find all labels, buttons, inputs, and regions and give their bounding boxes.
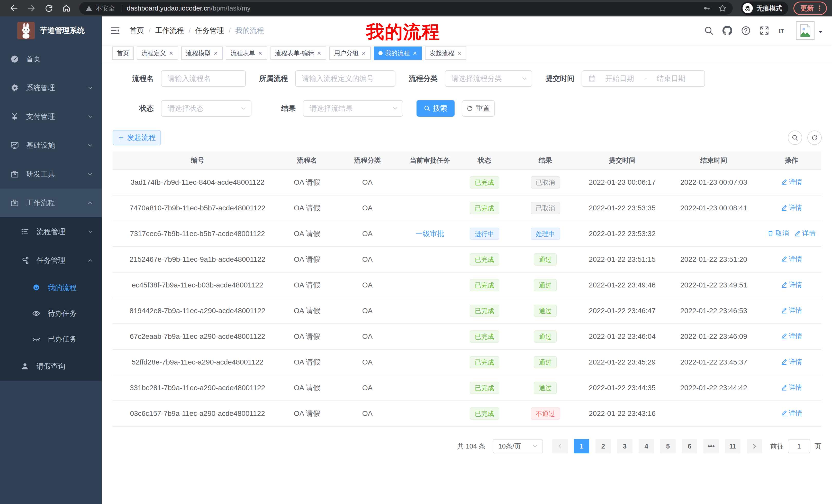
end-time-cell: 2022-01-23 00:08:41 — [666, 195, 761, 221]
result-badge: 通过 — [534, 330, 557, 343]
submit-time-cell-text: 2022-01-22 23:51:15 — [589, 255, 656, 263]
close-icon[interactable]: × — [169, 50, 174, 57]
detail-action-link[interactable]: 详情 — [781, 409, 802, 418]
detail-action-link[interactable]: 详情 — [781, 383, 802, 392]
status-select[interactable]: 请选择状态 — [161, 100, 252, 117]
reload-icon[interactable] — [44, 4, 53, 13]
page-button-1[interactable]: 1 — [574, 439, 589, 453]
yen-icon — [10, 112, 19, 121]
home-icon[interactable] — [62, 4, 71, 13]
cancel-action-link[interactable]: 取消 — [767, 229, 789, 238]
more-pages-button[interactable]: ••• — [703, 439, 719, 453]
address-bar[interactable]: 不安全 dashboard.yudao.iocoder.cn/bpm/task/… — [79, 2, 733, 15]
tab-item-2[interactable]: 流程模型× — [181, 47, 223, 60]
page-size-select[interactable]: 10条/页 — [493, 439, 543, 453]
page-button-2[interactable]: 2 — [595, 439, 611, 453]
process-definition-input[interactable] — [295, 71, 395, 87]
chevron-down-icon — [87, 85, 94, 91]
toggle-search-button[interactable] — [788, 131, 802, 145]
goto-page-input[interactable] — [788, 439, 810, 453]
sidebar-item-label: 我的流程 — [48, 283, 77, 292]
process-name-input[interactable] — [161, 71, 246, 87]
browser-update-button[interactable]: 更新 — [794, 2, 827, 15]
sidebar-item-3[interactable]: 基础设施 — [0, 131, 102, 160]
detail-action-link[interactable]: 详情 — [781, 177, 802, 187]
detail-action-link[interactable]: 详情 — [781, 203, 802, 212]
breadcrumb-workflow[interactable]: 工作流程 — [155, 26, 184, 35]
delete-icon — [767, 230, 774, 237]
refresh-table-button[interactable] — [807, 131, 822, 145]
fullscreen-icon[interactable] — [759, 26, 769, 35]
forward-icon[interactable] — [27, 4, 36, 13]
current-task-cell — [403, 195, 457, 221]
start-process-button[interactable]: 发起流程 — [113, 130, 161, 145]
process-category-select[interactable]: 请选择流程分类 — [445, 71, 532, 87]
sidebar-item-4[interactable]: 研发工具 — [0, 160, 102, 189]
result-select[interactable]: 请选择流结果 — [303, 100, 403, 117]
current-task-cell — [403, 170, 457, 195]
sidebar-item-0[interactable]: 首页 — [0, 45, 102, 74]
chevron-down-icon[interactable] — [817, 27, 824, 34]
current-task-cell — [403, 272, 457, 298]
detail-action-link[interactable]: 详情 — [781, 306, 802, 315]
sidebar-item-6[interactable]: 流程管理 — [0, 217, 102, 246]
close-icon[interactable]: × — [258, 50, 262, 57]
close-icon[interactable]: × — [457, 50, 462, 57]
detail-action-link[interactable]: 详情 — [781, 332, 802, 341]
sidebar-item-1[interactable]: 系统管理 — [0, 74, 102, 102]
detail-action-link[interactable]: 详情 — [781, 280, 802, 289]
tab-item-4[interactable]: 流程表单-编辑× — [270, 47, 326, 60]
tab-item-3[interactable]: 流程表单× — [226, 47, 267, 60]
table-row: 7317cec6-7b9b-11ec-b5b7-acde48001122OA 请… — [113, 221, 821, 247]
close-icon[interactable]: × — [361, 50, 366, 57]
current-task-link[interactable]: 一级审批 — [415, 230, 444, 237]
bookmark-star-icon[interactable] — [718, 4, 727, 12]
sidebar-item-10[interactable]: 已办任务 — [0, 326, 102, 352]
help-icon[interactable] — [741, 26, 751, 35]
back-icon[interactable] — [9, 4, 19, 13]
tab-item-6[interactable]: 我的流程× — [374, 47, 422, 60]
app-logo-row[interactable]: 芋道管理系统 — [0, 17, 102, 45]
detail-action-link[interactable]: 详情 — [781, 255, 802, 263]
sidebar-item-5[interactable]: 工作流程 — [0, 189, 102, 217]
sidebar-item-8[interactable]: 我的流程 — [0, 275, 102, 301]
search-icon[interactable] — [704, 26, 714, 35]
github-icon[interactable] — [723, 26, 732, 35]
page-button-3[interactable]: 3 — [617, 439, 632, 453]
search-button[interactable]: 搜索 — [417, 100, 454, 117]
breadcrumb-task-mgmt[interactable]: 任务管理 — [196, 26, 224, 35]
close-icon[interactable]: × — [317, 50, 322, 57]
breadcrumb-home[interactable]: 首页 — [130, 26, 144, 35]
avatar[interactable] — [796, 21, 814, 40]
detail-action-link[interactable]: 详情 — [794, 229, 815, 238]
password-key-icon[interactable] — [703, 4, 711, 12]
process-name-cell: OA 请假 — [282, 247, 332, 272]
tab-item-7[interactable]: 发起流程× — [425, 47, 466, 60]
menu-dots-icon[interactable] — [816, 5, 823, 12]
page-button-5[interactable]: 5 — [660, 439, 676, 453]
sidebar-item-2[interactable]: 支付管理 — [0, 102, 102, 131]
submit-time-range-picker[interactable]: 开始日期 - 结束日期 — [581, 71, 705, 87]
page-button-4[interactable]: 4 — [639, 439, 654, 453]
page-button-6[interactable]: 6 — [682, 439, 697, 453]
chevron-down-icon — [87, 228, 94, 235]
tab-item-0[interactable]: 首页 — [112, 47, 134, 60]
sidebar-item-9[interactable]: 待办任务 — [0, 301, 102, 326]
sidebar-item-7[interactable]: 任务管理 — [0, 246, 102, 275]
tab-item-1[interactable]: 流程定义× — [137, 47, 178, 60]
reset-button[interactable]: 重置 — [462, 100, 495, 117]
sidebar-item-label: 工作流程 — [26, 198, 55, 208]
close-icon[interactable]: × — [412, 50, 417, 57]
next-page-button[interactable] — [747, 439, 762, 453]
close-icon[interactable]: × — [213, 50, 218, 57]
chevron-up-icon — [87, 257, 94, 264]
sidebar-item-11[interactable]: 请假查询 — [0, 352, 102, 381]
page-button-11[interactable]: 11 — [725, 439, 740, 453]
tab-item-5[interactable]: 用户分组× — [329, 47, 371, 60]
edit-icon — [781, 333, 787, 340]
detail-action-link[interactable]: 详情 — [781, 357, 802, 366]
incognito-label: 无痕模式 — [756, 4, 782, 12]
prev-page-button[interactable] — [552, 439, 568, 453]
font-size-icon[interactable]: tT — [778, 26, 788, 35]
hamburger-icon[interactable] — [110, 25, 120, 36]
